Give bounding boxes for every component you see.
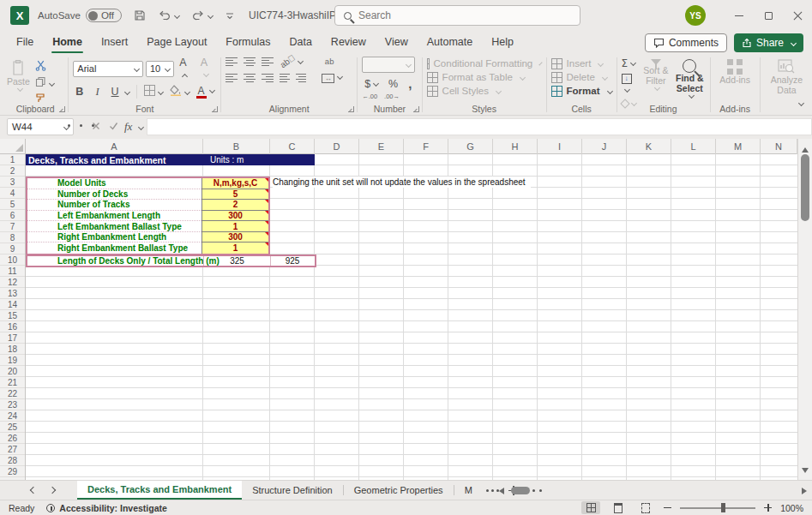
row-header-16[interactable]: 16 [0, 321, 25, 332]
font-size-select[interactable]: 10 [146, 61, 174, 77]
font-family-select[interactable]: Arial [73, 61, 143, 77]
page-layout-view-button[interactable] [609, 501, 628, 514]
autosave-control[interactable]: AutoSave Off [38, 9, 122, 22]
formula-bar-grip-icon[interactable] [63, 123, 99, 131]
collapse-ribbon-button[interactable] [796, 98, 803, 110]
italic-button[interactable]: I [93, 86, 101, 99]
row-header-7[interactable]: 7 [0, 221, 25, 232]
row-header-26[interactable]: 26 [0, 433, 25, 444]
align-middle-button[interactable] [244, 57, 256, 66]
orientation-button[interactable]: ab⃕ [279, 53, 298, 70]
parameter-label[interactable]: Left Embankment Length [27, 211, 201, 222]
column-header-E[interactable]: E [359, 139, 404, 154]
row-header-11[interactable]: 11 [0, 266, 25, 277]
enter-entry-button[interactable] [106, 121, 121, 133]
vertical-scroll-thumb[interactable] [801, 154, 809, 221]
ribbon-tab-page-layout[interactable]: Page Layout [137, 33, 216, 51]
addins-button[interactable]: Add-ins [714, 57, 755, 105]
row-header-1[interactable]: 1 [0, 154, 25, 165]
parameter-value-cell[interactable]: N,m,kg,s,C [201, 178, 268, 189]
horizontal-scrollbar[interactable] [499, 481, 807, 500]
accessibility-status[interactable]: Accessibility: Investigate [46, 503, 166, 513]
redo-menu-chevron-icon[interactable] [208, 12, 214, 18]
zoom-level[interactable]: 100% [780, 503, 803, 513]
font-color-button[interactable]: A [196, 85, 214, 99]
redo-button[interactable] [191, 9, 213, 21]
insert-cells-button[interactable]: Insert [551, 57, 612, 70]
save-button[interactable] [134, 9, 146, 21]
increase-decimal-button[interactable]: ←.00 [362, 93, 377, 100]
row-header-10[interactable]: 10 [0, 255, 25, 266]
column-header-L[interactable]: L [671, 139, 716, 154]
maximize-button[interactable] [754, 0, 783, 31]
sheet-tab-m[interactable]: M [454, 481, 483, 500]
zoom-out-button[interactable] [664, 507, 671, 508]
ribbon-tab-home[interactable]: Home [43, 33, 92, 51]
column-header-F[interactable]: F [404, 139, 448, 154]
column-header-G[interactable]: G [448, 139, 493, 154]
zoom-slider[interactable] [680, 507, 755, 509]
increase-indent-button[interactable] [296, 73, 306, 82]
share-button[interactable]: Share [734, 33, 803, 52]
row-header-12[interactable]: 12 [0, 277, 25, 288]
row-header-18[interactable]: 18 [0, 344, 25, 355]
row-header-28[interactable]: 28 [0, 455, 25, 466]
number-dialog-launcher[interactable] [413, 106, 419, 112]
row-header-13[interactable]: 13 [0, 288, 25, 299]
clipboard-dialog-launcher[interactable] [59, 106, 65, 112]
scroll-up-button[interactable] [802, 143, 809, 155]
wrap-text-button[interactable]: ab [325, 57, 334, 66]
formula-input[interactable] [147, 118, 812, 135]
row-header-24[interactable]: 24 [0, 410, 25, 422]
align-left-button[interactable] [226, 73, 238, 82]
column-header-A[interactable]: A [26, 139, 203, 154]
currency-button[interactable]: $ [362, 78, 381, 90]
percent-button[interactable]: % [386, 78, 400, 90]
page-break-view-button[interactable] [636, 501, 655, 514]
row-header-9[interactable]: 9 [0, 243, 25, 255]
row-header-19[interactable]: 19 [0, 355, 25, 366]
column-header-D[interactable]: D [315, 139, 359, 154]
next-sheet-button[interactable] [43, 481, 62, 500]
ribbon-tab-automate[interactable]: Automate [418, 33, 483, 51]
row-header-8[interactable]: 8 [0, 232, 25, 243]
column-header-J[interactable]: J [582, 139, 627, 154]
align-right-button[interactable] [262, 73, 274, 82]
parameter-label[interactable]: Number of Tracks [27, 200, 201, 211]
parameter-label[interactable]: Right Embankment Ballast Type [27, 243, 201, 254]
sort-filter-button[interactable]: Sort & Filter [641, 57, 671, 105]
align-bottom-button[interactable] [262, 57, 274, 66]
sheet-tab-structure-definition[interactable]: Structure Definition [242, 481, 343, 500]
horizontal-scroll-thumb[interactable] [511, 487, 530, 494]
column-header-B[interactable]: B [203, 139, 270, 154]
row-header-22[interactable]: 22 [0, 388, 25, 399]
grid-cells-area[interactable]: Decks, Tracks and Embankment Units : m C… [26, 154, 797, 480]
zoom-in-button[interactable] [764, 504, 772, 512]
row-header-17[interactable]: 17 [0, 332, 25, 344]
align-top-button[interactable] [226, 57, 238, 66]
fill-button[interactable]: ↓ [622, 71, 638, 96]
column-header-C[interactable]: C [270, 139, 315, 154]
autosum-button[interactable]: Σ [622, 57, 638, 69]
cut-button[interactable] [35, 60, 54, 74]
total-row-label[interactable]: Length of Decks Only / Total Length (m) [27, 256, 203, 266]
format-cells-button[interactable]: Format [551, 84, 612, 98]
column-header-K[interactable]: K [627, 139, 671, 154]
insert-function-button[interactable]: fx [124, 120, 132, 134]
parameter-value-cell[interactable]: 2 [201, 200, 268, 211]
comma-style-button[interactable]: , [406, 76, 414, 91]
comments-button[interactable]: Comments [645, 33, 727, 52]
merge-center-button[interactable]: ↔ [322, 71, 342, 83]
search-input[interactable]: Search [334, 5, 580, 26]
row-header-25[interactable]: 25 [0, 422, 25, 433]
fill-color-button[interactable] [170, 85, 189, 99]
row-header-27[interactable]: 27 [0, 444, 25, 455]
decrease-indent-button[interactable] [280, 73, 290, 82]
avatar[interactable]: YS [685, 5, 706, 26]
autosave-toggle[interactable]: Off [86, 9, 122, 22]
prev-sheet-button[interactable] [24, 481, 43, 500]
parameter-value-cell[interactable]: 300 [201, 211, 268, 222]
underline-button[interactable]: U [109, 86, 122, 98]
row-header-5[interactable]: 5 [0, 199, 25, 210]
parameter-value-cell[interactable]: 1 [201, 243, 268, 254]
